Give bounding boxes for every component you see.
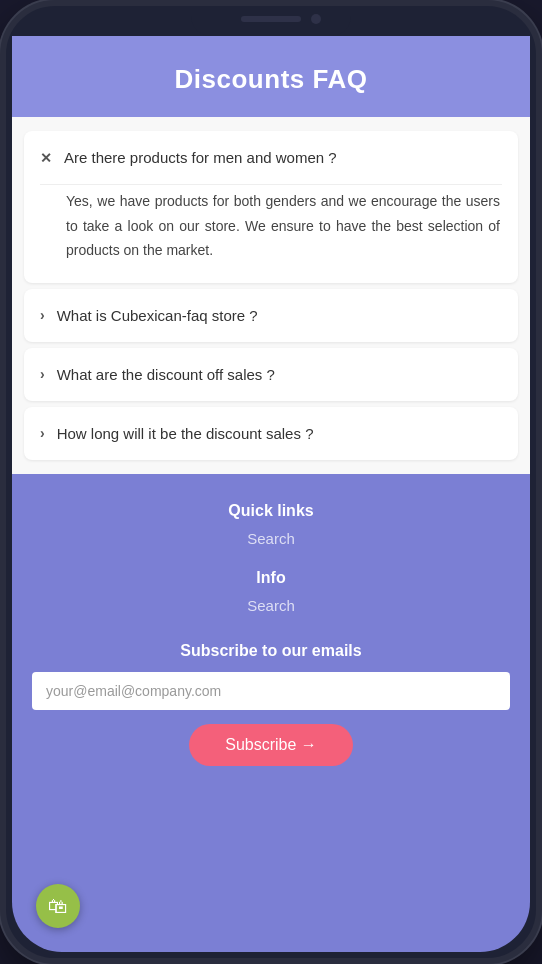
faq-item-1: ✕ Are there products for men and women ?… [24, 131, 518, 283]
faq-question-1[interactable]: ✕ Are there products for men and women ? [24, 131, 518, 184]
faq-header: Discounts FAQ [12, 36, 530, 117]
faq-question-text-3: What are the discount off sales ? [57, 366, 275, 383]
footer-spacer-1 [32, 553, 510, 569]
faq-question-3[interactable]: › What are the discount off sales ? [24, 348, 518, 401]
quick-links-title: Quick links [32, 502, 510, 520]
phone-screen: Discounts FAQ ✕ Are there products for m… [12, 36, 530, 952]
info-search[interactable]: Search [32, 597, 510, 614]
phone-camera [311, 14, 321, 24]
faq-question-4[interactable]: › How long will it be the discount sales… [24, 407, 518, 460]
chevron-icon-4: › [40, 425, 45, 441]
phone-frame: Discounts FAQ ✕ Are there products for m… [0, 0, 542, 964]
faq-item-3: › What are the discount off sales ? [24, 348, 518, 401]
page-title: Discounts FAQ [32, 64, 510, 95]
faq-answer-1: Yes, we have products for both genders a… [24, 185, 518, 283]
faq-container: ✕ Are there products for men and women ?… [12, 117, 530, 474]
subscribe-title: Subscribe to our emails [32, 642, 510, 660]
chevron-icon-1: ✕ [40, 150, 52, 166]
faq-question-text-2: What is Cubexican-faq store ? [57, 307, 258, 324]
chevron-icon-3: › [40, 366, 45, 382]
shopify-badge[interactable]: 🛍 [36, 884, 80, 928]
subscribe-button[interactable]: Subscribe → [189, 724, 353, 766]
phone-speaker [241, 16, 301, 22]
faq-question-2[interactable]: › What is Cubexican-faq store ? [24, 289, 518, 342]
quick-links-search[interactable]: Search [32, 530, 510, 547]
subscribe-section: Subscribe to our emails your@email@compa… [32, 642, 510, 766]
faq-question-text-1: Are there products for men and women ? [64, 149, 337, 166]
chevron-icon-2: › [40, 307, 45, 323]
mute-button [0, 156, 3, 191]
footer: Quick links Search Info Search Subscribe… [12, 474, 530, 796]
faq-item-4: › How long will it be the discount sales… [24, 407, 518, 460]
volume-down-button [0, 276, 3, 331]
volume-up-button [0, 206, 3, 261]
shopify-icon: 🛍 [48, 895, 68, 918]
faq-item-2: › What is Cubexican-faq store ? [24, 289, 518, 342]
footer-spacer-2 [32, 620, 510, 636]
email-placeholder: your@email@company.com [46, 683, 221, 699]
email-input-wrapper[interactable]: your@email@company.com [32, 672, 510, 710]
faq-question-text-4: How long will it be the discount sales ? [57, 425, 314, 442]
info-title: Info [32, 569, 510, 587]
